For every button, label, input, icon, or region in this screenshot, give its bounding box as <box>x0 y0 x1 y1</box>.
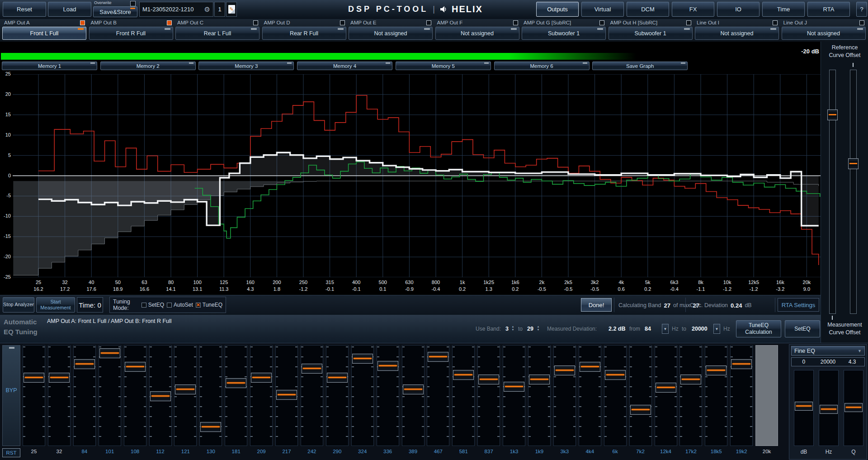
nav-dcm-button[interactable]: DCM <box>627 2 669 17</box>
eq-slider-handle[interactable] <box>554 365 575 375</box>
fine-eq-slider-track-db[interactable] <box>794 370 814 446</box>
nav-fx-button[interactable]: FX <box>672 2 714 17</box>
eq-slider-track[interactable] <box>452 345 475 446</box>
eq-slider-track[interactable] <box>326 345 349 446</box>
nav-outputs-button[interactable]: Outputs <box>536 2 579 17</box>
band-to-value[interactable]: 29 <box>527 315 533 343</box>
note-button[interactable]: ✎ <box>226 2 237 17</box>
fine-eq-slider-track-hz[interactable] <box>819 370 839 446</box>
eq-slider-track[interactable] <box>301 345 323 446</box>
eq-slider-track[interactable] <box>604 345 627 446</box>
channel-assign-button[interactable]: Not assigned <box>349 27 433 40</box>
channel-display-checkbox[interactable] <box>859 20 864 25</box>
eq-slider-track[interactable] <box>99 345 121 446</box>
eq-slider-handle[interactable] <box>580 362 600 372</box>
eq-slider-track[interactable] <box>199 345 222 446</box>
band-from-value[interactable]: 3 <box>505 315 509 343</box>
eq-slider-handle[interactable] <box>731 359 752 369</box>
bypass-column[interactable]: BYP <box>2 345 20 446</box>
eq-slider-track[interactable] <box>655 345 677 446</box>
memory-number-field[interactable]: 1 <box>214 2 225 17</box>
eq-slider-handle[interactable] <box>504 382 524 392</box>
eq-slider-handle[interactable] <box>302 364 322 374</box>
eq-slider-handle[interactable] <box>529 375 550 384</box>
eq-slider-handle[interactable] <box>226 378 246 388</box>
eq-slider-track[interactable] <box>528 345 551 446</box>
eq-slider-track[interactable] <box>351 345 374 446</box>
tuneeq-calculation-button[interactable]: TuneEQCalculation <box>736 320 781 337</box>
channel-assign-button[interactable]: Subwoofer 1 <box>609 27 693 40</box>
eq-slider-handle[interactable] <box>605 370 626 380</box>
load-button[interactable]: Load <box>48 2 91 17</box>
fine-eq-slider-track-q[interactable] <box>844 370 863 446</box>
fine-eq-selector[interactable]: Fine EQ ▼ <box>791 346 865 356</box>
memory-button[interactable]: Memory 5 <box>396 62 491 70</box>
start-measurement-button[interactable]: Start Measurement <box>36 297 75 313</box>
memory-button[interactable]: Memory 4 <box>297 62 392 70</box>
eq-slider-track[interactable] <box>250 345 273 446</box>
eq-slider-handle[interactable] <box>74 359 95 369</box>
eq-slider-track[interactable] <box>73 345 96 446</box>
reset-eq-button[interactable]: RST <box>2 448 20 457</box>
eq-slider-track[interactable] <box>275 345 298 446</box>
eq-slider-track[interactable] <box>579 345 601 446</box>
band-to-spinner[interactable]: ▲▼ <box>536 325 540 332</box>
memory-button[interactable]: Memory 3 <box>198 62 294 70</box>
gear-icon[interactable]: ⚙ <box>204 5 210 14</box>
channel-display-checkbox[interactable] <box>773 20 778 25</box>
fine-eq-slider-handle[interactable] <box>795 402 813 411</box>
tuning-mode-checkbox-tuneeq[interactable]: ✕ <box>196 303 201 308</box>
eq-slider-handle[interactable] <box>453 370 474 380</box>
eq-slider-track[interactable] <box>124 345 146 446</box>
eq-slider-handle[interactable] <box>428 352 448 362</box>
eq-slider-track[interactable] <box>705 345 727 446</box>
reset-button[interactable]: Reset <box>3 2 46 17</box>
eq-slider-track[interactable] <box>730 345 753 446</box>
eq-slider-handle[interactable] <box>706 365 726 375</box>
channel-display-checkbox[interactable] <box>253 20 258 25</box>
rta-settings-button[interactable]: RTA Settings <box>778 298 819 312</box>
channel-assign-button[interactable]: Not assigned <box>695 27 779 40</box>
channel-display-checkbox[interactable] <box>167 20 172 25</box>
freq-to-dropdown[interactable]: ▼ <box>713 324 720 334</box>
eq-slider-handle[interactable] <box>49 373 70 383</box>
channel-assign-button[interactable]: Subwoofer 1 <box>522 27 606 40</box>
eq-slider-handle[interactable] <box>656 383 676 393</box>
save-store-button[interactable]: Save&Store <box>93 6 137 17</box>
tuning-mode-checkbox-autoset[interactable] <box>167 303 172 308</box>
eq-slider-handle[interactable] <box>478 375 499 384</box>
eq-slider-track[interactable] <box>503 345 525 446</box>
freq-to-value[interactable]: 20000 <box>692 315 708 343</box>
fine-eq-slider-handle[interactable] <box>820 405 838 414</box>
reference-offset-track[interactable] <box>829 70 836 314</box>
setup-name-field[interactable]: M1-23052022-1210 ⚙ <box>139 2 213 17</box>
eq-slider-handle[interactable] <box>175 384 196 394</box>
eq-slider-handle[interactable] <box>352 354 373 364</box>
eq-slider-track[interactable] <box>23 345 45 446</box>
eq-slider-track[interactable] <box>402 345 425 446</box>
channel-display-checkbox[interactable] <box>340 20 345 25</box>
channel-assign-button[interactable]: Not assigned <box>782 27 866 40</box>
eq-slider-handle[interactable] <box>200 422 221 432</box>
eq-slider-track[interactable] <box>679 345 702 446</box>
eq-slider-handle[interactable] <box>276 390 297 400</box>
eq-slider-handle[interactable] <box>630 405 651 415</box>
freq-from-value[interactable]: 84 <box>645 315 651 343</box>
eq-slider-track[interactable] <box>377 345 399 446</box>
channel-display-checkbox[interactable] <box>80 20 85 25</box>
band-from-spinner[interactable]: ▲▼ <box>511 325 515 332</box>
seteq-button[interactable]: SetEQ <box>785 320 820 337</box>
reference-offset-handle[interactable] <box>827 109 838 120</box>
eq-slider-track[interactable] <box>629 345 652 446</box>
channel-display-checkbox[interactable] <box>599 20 604 25</box>
eq-slider-track[interactable] <box>149 345 172 446</box>
eq-slider-handle[interactable] <box>327 373 348 383</box>
channel-assign-button[interactable]: Not assigned <box>435 27 519 40</box>
memory-button[interactable]: Memory 1 <box>2 62 97 70</box>
nav-time-button[interactable]: Time <box>762 2 805 17</box>
eq-slider-handle[interactable] <box>680 375 701 384</box>
eq-slider-handle[interactable] <box>125 362 146 372</box>
eq-slider-track[interactable] <box>174 345 197 446</box>
channel-display-checkbox[interactable] <box>426 20 431 25</box>
eq-slider-track[interactable] <box>553 345 576 446</box>
